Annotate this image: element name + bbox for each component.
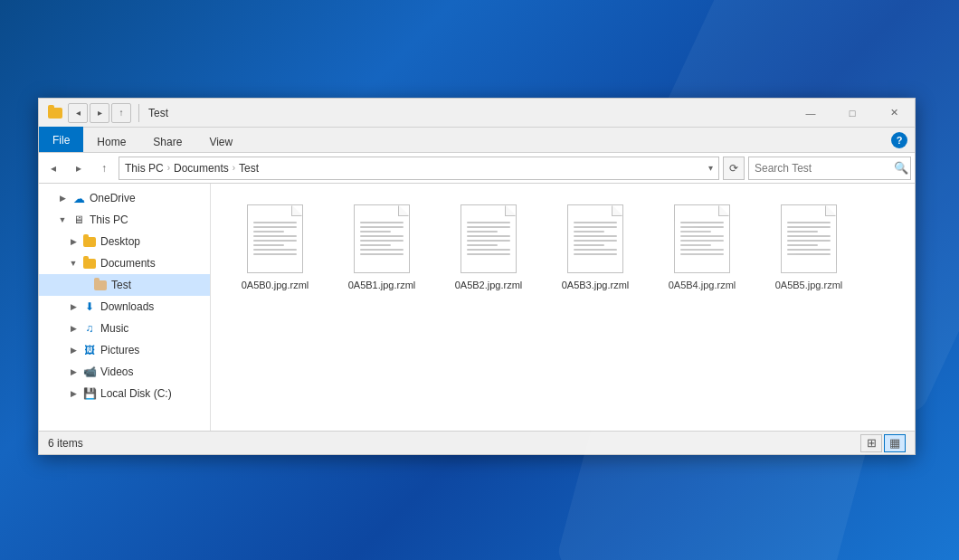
file-item[interactable]: 0A5B3.jpg.rzml [546,198,645,298]
tab-file[interactable]: File [39,127,83,152]
file-area: 0A5B0.jpg.rzml0A5B1.jpg.rzml0A5B2.jpg.rz… [211,184,915,431]
file-name: 0A5B5.jpg.rzml [775,279,843,291]
file-doc-icon [674,204,730,273]
file-item[interactable]: 0A5B0.jpg.rzml [225,198,325,298]
nav-back-btn[interactable]: ◂ [43,157,64,179]
sidebar-label-this-pc: This PC [90,214,128,226]
sidebar-item-documents[interactable]: ▼ Documents [39,252,210,274]
music-icon: ♫ [82,321,97,336]
main-area: ▶ ☁ OneDrive ▼ 🖥 This PC ▶ Desktop ▼ Doc… [39,184,915,431]
sidebar-label-videos: Videos [100,365,133,378]
expand-arrow-onedrive: ▶ [57,193,68,204]
expand-arrow-videos: ▶ [68,366,79,377]
nav-forward-btn[interactable]: ▸ [68,157,90,179]
sidebar-label-documents: Documents [100,257,156,270]
sidebar-label-onedrive: OneDrive [90,192,136,204]
quick-access-up-btn[interactable]: ↑ [111,103,131,123]
sidebar-label-desktop: Desktop [100,235,140,248]
expand-arrow-desktop: ▶ [68,236,79,247]
view-buttons: ⊞ ▦ [860,434,906,452]
crumb-documents[interactable]: Documents [174,162,229,175]
window-icon [46,104,64,122]
address-dropdown-arrow[interactable]: ▾ [708,163,713,173]
title-bar-separator [138,104,139,122]
sidebar-label-pictures: Pictures [100,344,139,356]
breadcrumb: This PC › Documents › Test [125,162,259,175]
minimize-button[interactable]: — [790,99,831,128]
sidebar-label-local-disk: Local Disk (C:) [100,387,172,400]
status-bar: 6 items ⊞ ▦ [39,431,915,454]
sidebar-item-test[interactable]: Test [39,274,210,296]
sidebar-item-music[interactable]: ▶ ♫ Music [39,318,210,339]
address-bar: ◂ ▸ ↑ This PC › Documents › Test ▾ ⟳ 🔍 [39,153,915,184]
title-bar: ◂ ▸ ↑ Test — □ ✕ [39,99,915,128]
file-name: 0A5B3.jpg.rzml [562,279,630,291]
window-title: Test [148,107,790,119]
file-doc-icon [461,204,517,273]
view-tile-btn[interactable]: ▦ [884,434,906,452]
drive-icon: 💾 [82,386,97,401]
file-name: 0A5B2.jpg.rzml [455,279,523,291]
crumb-arrow-1: › [167,163,170,173]
sidebar-item-desktop[interactable]: ▶ Desktop [39,231,210,252]
sidebar-item-downloads[interactable]: ▶ ⬇ Downloads [39,296,210,318]
ribbon: File Home Share View ? [39,128,915,153]
pc-icon: 🖥 [71,213,86,227]
search-box[interactable]: 🔍 [748,157,911,180]
address-box[interactable]: This PC › Documents › Test ▾ [119,157,719,180]
sidebar-item-onedrive[interactable]: ▶ ☁ OneDrive [39,187,210,209]
item-count: 6 items [48,437,860,450]
crumb-test[interactable]: Test [239,162,259,175]
file-explorer-window: ◂ ▸ ↑ Test — □ ✕ File Home Share View ? … [38,98,916,455]
tab-view[interactable]: View [195,130,246,152]
help-button[interactable]: ? [891,132,907,148]
crumb-arrow-2: › [233,163,235,173]
title-bar-controls-left: ◂ ▸ ↑ [68,103,145,123]
file-name: 0A5B4.jpg.rzml [669,279,736,291]
file-doc-icon [567,204,623,273]
file-name: 0A5B0.jpg.rzml [242,279,309,291]
pictures-icon: 🖼 [82,343,97,357]
sidebar-item-videos[interactable]: ▶ 📹 Videos [39,361,210,383]
quick-access-back-btn[interactable]: ◂ [68,103,88,123]
sidebar-item-local-disk[interactable]: ▶ 💾 Local Disk (C:) [39,383,210,404]
file-item[interactable]: 0A5B5.jpg.rzml [759,198,859,298]
sidebar: ▶ ☁ OneDrive ▼ 🖥 This PC ▶ Desktop ▼ Doc… [39,184,211,431]
file-doc-icon [354,204,410,273]
quick-access-forward-btn[interactable]: ▸ [90,103,109,123]
folder-icon-desktop [82,234,97,249]
file-doc-icon [247,204,303,273]
ribbon-tabs: File Home Share View ? [39,128,915,153]
file-name: 0A5B1.jpg.rzml [348,279,416,291]
expand-arrow-pictures: ▶ [68,345,79,356]
expand-arrow-music: ▶ [68,323,79,334]
window-controls: — □ ✕ [790,99,915,128]
sidebar-item-pictures[interactable]: ▶ 🖼 Pictures [39,339,210,361]
file-doc-icon [781,204,837,273]
maximize-button[interactable]: □ [831,99,873,128]
search-icon[interactable]: 🔍 [894,161,908,175]
folder-icon-documents [82,256,97,271]
address-refresh-btn[interactable]: ⟳ [723,157,745,180]
ribbon-help: ? [884,128,915,152]
search-input[interactable] [755,162,890,175]
file-item[interactable]: 0A5B2.jpg.rzml [439,198,538,298]
expand-arrow-downloads: ▶ [68,301,79,312]
expand-arrow-this-pc: ▼ [57,214,68,225]
sidebar-item-this-pc[interactable]: ▼ 🖥 This PC [39,209,210,231]
nav-up-btn[interactable]: ↑ [93,157,115,179]
crumb-this-pc[interactable]: This PC [125,162,164,175]
downloads-icon: ⬇ [82,299,97,314]
tab-share[interactable]: Share [139,130,195,152]
view-list-btn[interactable]: ⊞ [860,434,882,452]
sidebar-label-music: Music [100,322,128,335]
tab-home[interactable]: Home [83,130,139,152]
file-item[interactable]: 0A5B1.jpg.rzml [332,198,432,298]
file-item[interactable]: 0A5B4.jpg.rzml [652,198,752,298]
cloud-icon: ☁ [71,191,86,205]
close-button[interactable]: ✕ [873,99,915,128]
folder-icon-test [93,278,108,292]
expand-arrow-local-disk: ▶ [68,388,79,399]
expand-arrow-documents: ▼ [68,258,79,269]
expand-arrow-test [79,280,90,290]
